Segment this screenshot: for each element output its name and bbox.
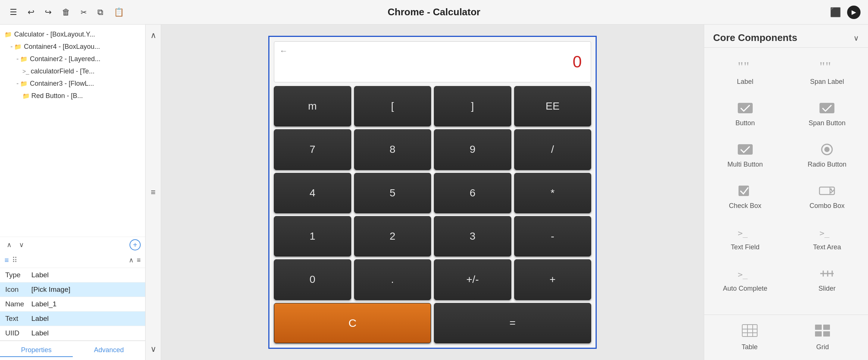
prop-val-uiid[interactable]: Label	[31, 329, 140, 337]
component-button[interactable]: Button	[704, 93, 786, 134]
play-button[interactable]: ▶	[847, 6, 861, 19]
tree-item-calculator-field[interactable]: >_ calculatorField - [Te...	[0, 65, 145, 78]
delete-icon[interactable]: 🗑	[60, 6, 72, 19]
component-combo-box[interactable]: ▲ ▼ Combo Box	[786, 176, 868, 217]
prop-type: Type Label	[0, 268, 145, 282]
tab-properties[interactable]: Properties	[0, 344, 73, 357]
button-icon	[737, 100, 753, 116]
prop-val-icon[interactable]: [Pick Image]	[31, 285, 140, 294]
component-text-area[interactable]: >_ Text Area	[786, 217, 868, 258]
scroll-up-btn[interactable]: ∧	[4, 240, 14, 250]
btn-open-bracket[interactable]: [	[354, 86, 431, 126]
component-check-box[interactable]: Check Box	[704, 176, 786, 217]
component-span-label[interactable]: " " Span Label	[786, 51, 868, 93]
check-box-icon	[737, 183, 753, 199]
redo-icon[interactable]: ↪	[43, 6, 54, 19]
btn-6[interactable]: 6	[434, 173, 511, 213]
copy-icon[interactable]: ⧉	[95, 6, 106, 19]
properties-panel: Type Label Icon [Pick Image] Name Label_…	[0, 268, 145, 341]
tree-controls: ∧ ∨ +	[0, 237, 145, 253]
btn-5[interactable]: 5	[354, 173, 431, 213]
calc-row-6: C =	[274, 303, 591, 343]
cut-icon[interactable]: ✂	[78, 6, 89, 18]
component-radio-button[interactable]: Radio Button	[786, 134, 868, 176]
btn-decimal[interactable]: .	[354, 259, 431, 300]
svg-text:>_: >_	[738, 270, 748, 279]
back-arrow[interactable]: ←	[280, 46, 288, 56]
component-text-field[interactable]: >_ Text Field	[704, 217, 786, 258]
btn-9[interactable]: 9	[434, 129, 511, 170]
btn-2[interactable]: 2	[354, 216, 431, 256]
btn-multiply[interactable]: *	[514, 173, 591, 213]
btn-3[interactable]: 3	[434, 216, 511, 256]
prop-val-name[interactable]: Label_1	[31, 300, 140, 308]
tree-item-calculator[interactable]: 📁 Calculator - [BoxLayout.Y...	[0, 28, 145, 41]
props-scroll-up[interactable]: ∧	[129, 256, 134, 264]
canvas-scroll-down[interactable]: ∨	[149, 343, 158, 356]
list-view-icon[interactable]: ≡	[4, 256, 9, 265]
component-grid[interactable]: Grid	[786, 319, 859, 356]
props-menu-icon[interactable]: ≡	[137, 256, 141, 264]
svg-rect-9	[739, 186, 749, 196]
tree-item-container3[interactable]: - 📁 Container3 - [FlowL...	[0, 78, 145, 90]
btn-plus-minus[interactable]: +/-	[434, 259, 511, 300]
prop-icon: Icon [Pick Image]	[0, 282, 145, 297]
components-grid: " " Label " " Span Label	[704, 48, 868, 303]
undo-icon[interactable]: ↩	[25, 6, 37, 19]
tree-item-container4[interactable]: - 📁 Container4 - [BoxLayou...	[0, 41, 145, 53]
prop-key-icon: Icon	[5, 285, 31, 294]
component-label[interactable]: " " Label	[704, 51, 786, 93]
prop-val-text[interactable]: Label	[31, 315, 140, 323]
component-table[interactable]: Table	[713, 319, 786, 356]
btn-divide[interactable]: /	[514, 129, 591, 170]
label-icon: " "	[737, 59, 753, 75]
component-tree: 📁 Calculator - [BoxLayout.Y... - 📁 Conta…	[0, 25, 145, 237]
dash-icon: -	[16, 80, 19, 88]
toolbar-right: ⬛ ▶	[830, 6, 861, 19]
component-text-field-text: Text Field	[731, 243, 759, 251]
component-multi-button[interactable]: Multi Button	[704, 134, 786, 176]
btn-0[interactable]: 0	[274, 259, 351, 300]
btn-clear[interactable]: C	[274, 303, 431, 343]
save-icon[interactable]: ⬛	[830, 7, 841, 18]
btn-subtract[interactable]: -	[514, 216, 591, 256]
tab-advanced[interactable]: Advanced	[73, 344, 146, 357]
component-radio-button-text: Radio Button	[808, 161, 846, 168]
btn-add[interactable]: +	[514, 259, 591, 300]
canvas-menu[interactable]: ≡	[151, 187, 156, 197]
paste-icon[interactable]: 📋	[112, 6, 126, 19]
grid-view-icon[interactable]: ⠿	[12, 256, 18, 265]
folder-icon: 📁	[20, 80, 28, 87]
btn-close-bracket[interactable]: ]	[434, 86, 511, 126]
calc-buttons: m [ ] EE 7 8 9 / 4 5 6 *	[274, 86, 591, 343]
btn-equals[interactable]: =	[434, 303, 591, 343]
right-panel-header: Core Components ∨	[704, 25, 868, 48]
canvas-scroll-up[interactable]: ∧	[149, 29, 158, 42]
btn-m[interactable]: m	[274, 86, 351, 126]
btn-8[interactable]: 8	[354, 129, 431, 170]
tree-item-red-button[interactable]: 📁 Red Button - [B...	[0, 90, 145, 102]
properties-tabs: Properties Advanced	[0, 341, 145, 360]
component-span-button[interactable]: Span Button	[786, 93, 868, 134]
add-item-btn[interactable]: +	[129, 239, 141, 250]
svg-text:▼: ▼	[829, 190, 833, 195]
btn-1[interactable]: 1	[274, 216, 351, 256]
component-auto-complete[interactable]: >_ Auto Complete	[704, 258, 786, 300]
btn-4[interactable]: 4	[274, 173, 351, 213]
grid-icon	[814, 324, 831, 340]
menu-icon[interactable]: ☰	[7, 6, 19, 19]
svg-rect-29	[823, 331, 830, 337]
right-panel-collapse[interactable]: ∨	[853, 34, 859, 42]
tree-item-container2[interactable]: - 📁 Container2 - [Layered...	[0, 53, 145, 65]
app-title: Chrome - Calculator	[388, 6, 481, 18]
component-slider[interactable]: Slider	[786, 258, 868, 300]
scroll-down-btn[interactable]: ∨	[17, 240, 26, 250]
btn-7[interactable]: 7	[274, 129, 351, 170]
canvas-scroll-arrows: ∧ ≡ ∨	[146, 25, 161, 360]
multi-button-icon	[737, 141, 753, 158]
btn-ee[interactable]: EE	[514, 86, 591, 126]
prop-val-type[interactable]: Label	[31, 271, 140, 279]
display-value: 0	[573, 53, 582, 71]
svg-rect-4	[738, 103, 753, 113]
svg-text:": "	[738, 60, 743, 73]
